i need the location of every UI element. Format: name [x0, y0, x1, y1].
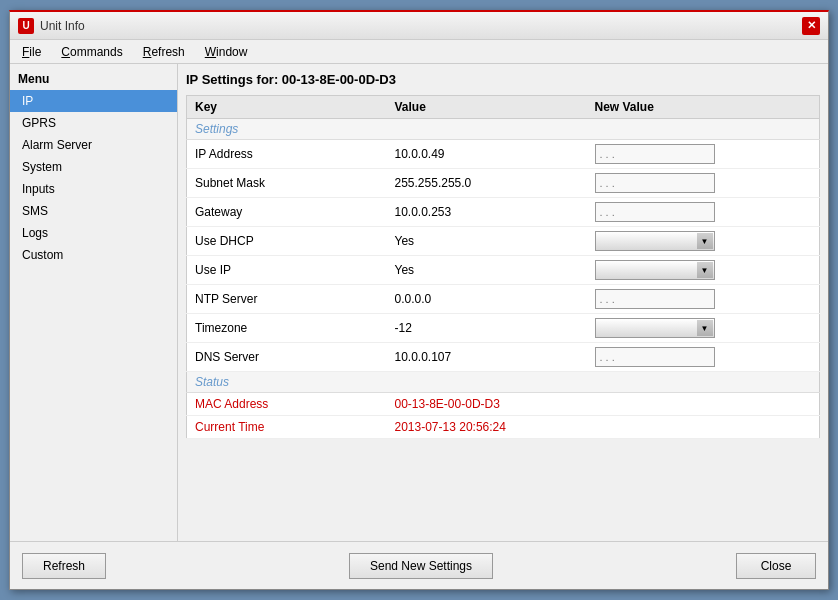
dropdown-wrapper-dhcp: Yes No ▼: [595, 231, 715, 251]
key-use-dhcp: Use DHCP: [187, 227, 387, 256]
row-subnet-mask: Subnet Mask 255.255.255.0: [187, 169, 820, 198]
value-ntp-server: 0.0.0.0: [387, 285, 587, 314]
value-dns-server: 10.0.0.107: [387, 343, 587, 372]
col-header-key: Key: [187, 96, 387, 119]
key-ip-address: IP Address: [187, 140, 387, 169]
value-gateway: 10.0.0.253: [387, 198, 587, 227]
section-settings-header: Settings: [187, 119, 820, 140]
value-current-time: 2013-07-13 20:56:24: [387, 416, 587, 439]
newval-current-time: [587, 416, 820, 439]
section-settings-label: Settings: [187, 119, 820, 140]
newval-timezone: -12 -11 -10 0 1 ▼: [587, 314, 820, 343]
sidebar-item-gprs[interactable]: GPRS: [10, 112, 177, 134]
input-ntp-server[interactable]: [595, 289, 715, 309]
newval-mac-address: [587, 393, 820, 416]
newval-use-ip: Yes No ▼: [587, 256, 820, 285]
sidebar-item-sms[interactable]: SMS: [10, 200, 177, 222]
menu-file[interactable]: File: [14, 43, 49, 61]
row-use-dhcp: Use DHCP Yes Yes No ▼: [187, 227, 820, 256]
row-current-time: Current Time 2013-07-13 20:56:24: [187, 416, 820, 439]
value-use-dhcp: Yes: [387, 227, 587, 256]
footer: Refresh Send New Settings Close: [10, 541, 828, 589]
sidebar-item-custom[interactable]: Custom: [10, 244, 177, 266]
sidebar: Menu IP GPRS Alarm Server System Inputs …: [10, 64, 178, 541]
select-timezone[interactable]: -12 -11 -10 0 1: [595, 318, 715, 338]
col-header-value: Value: [387, 96, 587, 119]
key-gateway: Gateway: [187, 198, 387, 227]
row-ntp-server: NTP Server 0.0.0.0: [187, 285, 820, 314]
input-ip-address[interactable]: [595, 144, 715, 164]
section-status-label: Status: [187, 372, 820, 393]
newval-ntp-server: [587, 285, 820, 314]
newval-dns-server: [587, 343, 820, 372]
key-subnet-mask: Subnet Mask: [187, 169, 387, 198]
newval-gateway: [587, 198, 820, 227]
newval-use-dhcp: Yes No ▼: [587, 227, 820, 256]
value-subnet-mask: 255.255.255.0: [387, 169, 587, 198]
menu-bar: File Commands Refresh Window: [10, 40, 828, 64]
newval-ip-address: [587, 140, 820, 169]
row-dns-server: DNS Server 10.0.0.107: [187, 343, 820, 372]
app-icon: U: [18, 18, 34, 34]
sidebar-title: Menu: [10, 68, 177, 90]
value-timezone: -12: [387, 314, 587, 343]
value-use-ip: Yes: [387, 256, 587, 285]
menu-window[interactable]: Window: [197, 43, 256, 61]
newval-subnet-mask: [587, 169, 820, 198]
select-use-ip[interactable]: Yes No: [595, 260, 715, 280]
sidebar-item-ip[interactable]: IP: [10, 90, 177, 112]
content-area: Menu IP GPRS Alarm Server System Inputs …: [10, 64, 828, 541]
key-ntp-server: NTP Server: [187, 285, 387, 314]
refresh-button[interactable]: Refresh: [22, 553, 106, 579]
input-gateway[interactable]: [595, 202, 715, 222]
row-use-ip: Use IP Yes Yes No ▼: [187, 256, 820, 285]
sidebar-item-logs[interactable]: Logs: [10, 222, 177, 244]
sidebar-item-alarm-server[interactable]: Alarm Server: [10, 134, 177, 156]
key-current-time: Current Time: [187, 416, 387, 439]
value-mac-address: 00-13-8E-00-0D-D3: [387, 393, 587, 416]
input-dns-server[interactable]: [595, 347, 715, 367]
key-mac-address: MAC Address: [187, 393, 387, 416]
select-use-dhcp[interactable]: Yes No: [595, 231, 715, 251]
settings-table: Key Value New Value Settings IP Address …: [186, 95, 820, 439]
key-dns-server: DNS Server: [187, 343, 387, 372]
window-title: Unit Info: [40, 19, 85, 33]
row-ip-address: IP Address 10.0.0.49: [187, 140, 820, 169]
sidebar-item-system[interactable]: System: [10, 156, 177, 178]
section-status-header: Status: [187, 372, 820, 393]
main-window: U Unit Info ✕ File Commands Refresh Wind…: [9, 10, 829, 590]
section-title: IP Settings for: 00-13-8E-00-0D-D3: [186, 72, 820, 87]
key-timezone: Timezone: [187, 314, 387, 343]
col-header-newvalue: New Value: [587, 96, 820, 119]
title-bar-left: U Unit Info: [18, 18, 85, 34]
close-button[interactable]: Close: [736, 553, 816, 579]
main-content: IP Settings for: 00-13-8E-00-0D-D3 Key V…: [178, 64, 828, 541]
key-use-ip: Use IP: [187, 256, 387, 285]
row-mac-address: MAC Address 00-13-8E-00-0D-D3: [187, 393, 820, 416]
sidebar-item-inputs[interactable]: Inputs: [10, 178, 177, 200]
dropdown-wrapper-useip: Yes No ▼: [595, 260, 715, 280]
row-gateway: Gateway 10.0.0.253: [187, 198, 820, 227]
close-window-button[interactable]: ✕: [802, 17, 820, 35]
value-ip-address: 10.0.0.49: [387, 140, 587, 169]
row-timezone: Timezone -12 -12 -11 -10 0 1: [187, 314, 820, 343]
menu-commands[interactable]: Commands: [53, 43, 130, 61]
title-bar: U Unit Info ✕: [10, 12, 828, 40]
send-new-settings-button[interactable]: Send New Settings: [349, 553, 493, 579]
input-subnet-mask[interactable]: [595, 173, 715, 193]
menu-refresh[interactable]: Refresh: [135, 43, 193, 61]
dropdown-wrapper-timezone: -12 -11 -10 0 1 ▼: [595, 318, 715, 338]
